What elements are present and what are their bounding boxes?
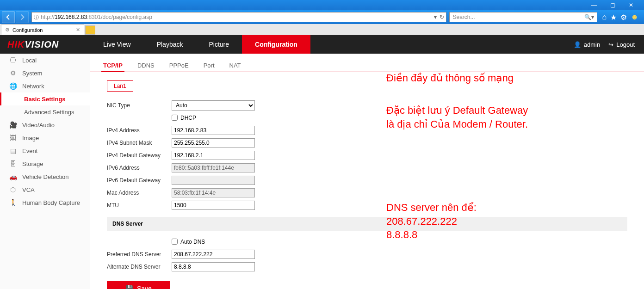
pref-dns-input[interactable] xyxy=(172,250,255,259)
gear-icon: ⚙ xyxy=(9,69,17,77)
save-label: Save xyxy=(137,285,152,289)
form-area: Lan1 NIC Type Auto DHCP IPv4 Address IPv… xyxy=(90,72,644,289)
sidebar-label: Event xyxy=(22,148,37,154)
mac-input xyxy=(172,188,255,197)
nic-type-select[interactable]: Auto xyxy=(172,100,255,111)
nav-playback[interactable]: Playback xyxy=(144,35,196,54)
sidebar-label: Local xyxy=(22,57,37,64)
nav-configuration[interactable]: Configuration xyxy=(242,35,310,54)
tab-close-button[interactable]: ✕ xyxy=(76,27,80,33)
search-icon[interactable]: 🔍▾ xyxy=(584,14,594,20)
vca-icon: ⬡ xyxy=(9,186,17,193)
vehicle-icon: 🚗 xyxy=(9,173,17,180)
url-prefix: http:// xyxy=(41,14,55,20)
window-minimize-button[interactable]: — xyxy=(585,0,603,10)
sidebar: 🖵 Local ⚙ System 🌐 Network Basic Setting… xyxy=(0,54,90,289)
ipv4-addr-label: IPv4 Address xyxy=(107,127,172,134)
sidebar-subitem-advanced-settings[interactable]: Advanced Settings xyxy=(0,105,90,118)
dropdown-icon[interactable]: ▾ xyxy=(434,14,437,20)
content-area: TCP/IP DDNS PPPoE Port NAT Lan1 NIC Type… xyxy=(90,54,644,289)
new-tab-button[interactable] xyxy=(85,25,95,35)
browser-tab-configuration[interactable]: ⚙ Configuration ✕ xyxy=(1,25,84,35)
auto-dns-checkbox[interactable] xyxy=(172,239,178,245)
sidebar-label: Human Body Capture xyxy=(22,199,80,206)
sidebar-item-video-audio[interactable]: 🎥 Video/Audio xyxy=(0,118,90,131)
browser-back-button[interactable] xyxy=(2,11,15,23)
sidebar-item-network[interactable]: 🌐 Network xyxy=(0,80,90,92)
subtab-tcpip[interactable]: TCP/IP xyxy=(101,59,124,72)
pref-dns-label: Preferred DNS Server xyxy=(107,251,172,258)
browser-search-bar[interactable]: Search... 🔍▾ xyxy=(449,12,597,22)
ipv4-gw-label: IPv4 Default Gateway xyxy=(107,152,172,159)
annotation-1: Điền đầy đủ thông số mạng xyxy=(386,71,514,85)
gear-icon[interactable]: ⚙ xyxy=(620,13,627,22)
sidebar-item-human-body[interactable]: 🚶 Human Body Capture xyxy=(0,196,90,209)
url-rest: :8301/doc/page/config.asp xyxy=(87,14,152,20)
ipv4-addr-input[interactable] xyxy=(172,126,255,135)
annotation-2: Đặc biệt lưu ý Default Gateway là địa ch… xyxy=(386,104,528,131)
tab-title: Configuration xyxy=(12,27,43,33)
ipv4-mask-label: IPv4 Subnet Mask xyxy=(107,140,172,146)
favorites-icon[interactable]: ★ xyxy=(610,13,617,22)
header-user[interactable]: 👤 admin xyxy=(574,41,600,48)
browser-titlebar: — ▢ ✕ xyxy=(0,0,644,10)
subtab-nat[interactable]: NAT xyxy=(228,59,243,72)
auto-dns-label: Auto DNS xyxy=(180,239,205,245)
monitor-icon: 🖵 xyxy=(9,56,17,64)
nav-live-view[interactable]: Live View xyxy=(90,35,144,54)
browser-url-bar[interactable]: ⓘ http://192.168.2.83:8301/doc/page/conf… xyxy=(31,12,446,22)
subtab-ddns[interactable]: DDNS xyxy=(136,59,156,72)
sidebar-item-event[interactable]: ▤ Event xyxy=(0,144,90,157)
sidebar-subitem-basic-settings[interactable]: Basic Settings xyxy=(0,92,90,105)
subtab-port[interactable]: Port xyxy=(202,59,217,72)
dhcp-checkbox[interactable] xyxy=(172,115,178,121)
header-right: 👤 admin ↪ Logout xyxy=(574,41,644,48)
nav-picture[interactable]: Picture xyxy=(196,35,242,54)
sidebar-item-storage[interactable]: 🗄 Storage xyxy=(0,157,90,170)
sidebar-sublabel: Advanced Settings xyxy=(24,109,74,116)
logo-hik: HIK xyxy=(7,39,25,49)
search-placeholder: Search... xyxy=(452,14,475,20)
refresh-icon[interactable]: ↻ xyxy=(440,14,444,20)
logout-button[interactable]: ↪ Logout xyxy=(608,41,635,48)
mac-label: Mac Address xyxy=(107,190,172,196)
logout-label: Logout xyxy=(616,41,635,48)
alt-dns-input[interactable] xyxy=(172,262,255,271)
sidebar-label: Video/Audio xyxy=(22,122,55,129)
subtab-pppoe[interactable]: PPPoE xyxy=(167,59,191,72)
url-host: 192.168.2.83 xyxy=(55,14,87,20)
home-icon[interactable]: ⌂ xyxy=(602,13,607,21)
browser-forward-button[interactable] xyxy=(16,11,29,23)
smiley-icon[interactable]: ☻ xyxy=(631,13,638,21)
logout-icon: ↪ xyxy=(608,41,613,48)
ipv6-gw-label: IPv6 Default Gateway xyxy=(107,177,172,184)
sidebar-label: Network xyxy=(22,83,44,90)
mtu-input[interactable] xyxy=(172,201,255,210)
lan-tab[interactable]: Lan1 xyxy=(107,80,133,92)
sidebar-item-image[interactable]: 🖼 Image xyxy=(0,131,90,144)
window-maximize-button[interactable]: ▢ xyxy=(603,0,622,10)
sidebar-label: Vehicle Detection xyxy=(22,173,68,180)
ipv6-addr-label: IPv6 Address xyxy=(107,165,172,171)
ipv6-addr-input xyxy=(172,163,255,172)
app-header: HIKVISION Live View Playback Picture Con… xyxy=(0,35,644,54)
storage-icon: 🗄 xyxy=(9,160,17,167)
dhcp-label: DHCP xyxy=(180,115,196,121)
sidebar-label: VCA xyxy=(22,186,35,193)
logo-vision: VISION xyxy=(25,39,59,49)
sidebar-item-system[interactable]: ⚙ System xyxy=(0,67,90,80)
browser-toolbar: ⓘ http://192.168.2.83:8301/doc/page/conf… xyxy=(0,10,644,24)
window-close-button[interactable]: ✕ xyxy=(622,0,640,10)
event-icon: ▤ xyxy=(9,147,17,154)
sidebar-item-vehicle-detection[interactable]: 🚗 Vehicle Detection xyxy=(0,170,90,183)
save-button[interactable]: 💾 Save xyxy=(107,281,170,289)
globe-icon: 🌐 xyxy=(9,82,17,90)
user-icon: 👤 xyxy=(574,41,581,48)
app-body: 🖵 Local ⚙ System 🌐 Network Basic Setting… xyxy=(0,54,644,289)
ipv6-gw-input xyxy=(172,176,255,185)
user-name: admin xyxy=(584,41,600,48)
sidebar-item-vca[interactable]: ⬡ VCA xyxy=(0,183,90,196)
ipv4-mask-input[interactable] xyxy=(172,138,255,148)
sidebar-item-local[interactable]: 🖵 Local xyxy=(0,54,90,67)
ipv4-gw-input[interactable] xyxy=(172,151,255,160)
